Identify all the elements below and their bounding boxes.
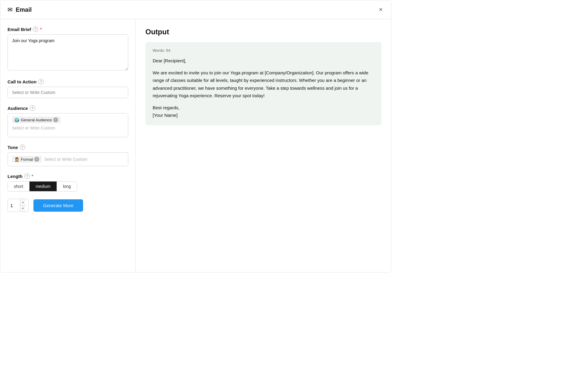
email-icon: ✉	[8, 6, 13, 13]
header-left: ✉ Email	[8, 6, 32, 13]
main-layout: Email Brief ? * Join our Yoga program Ca…	[0, 19, 391, 272]
bottom-row: ▲ ▼ Generate More	[8, 199, 128, 212]
length-label: Length ? *	[8, 173, 128, 179]
length-help-icon[interactable]: ?	[24, 173, 30, 179]
length-group: Length ? * short medium long	[8, 173, 128, 191]
call-to-action-input[interactable]	[8, 87, 128, 98]
audience-label-text: Audience	[8, 106, 28, 111]
tone-help-icon[interactable]: ?	[20, 145, 25, 150]
output-paragraph-3: Best regards,[Your Name]	[153, 104, 374, 119]
length-required: *	[32, 174, 33, 179]
audience-tag-emoji: 🌍	[14, 118, 19, 122]
audience-label: Audience ?	[8, 105, 128, 111]
email-brief-required: *	[40, 27, 42, 32]
audience-tag-remove[interactable]: ×	[53, 117, 58, 122]
close-button[interactable]: ×	[378, 5, 384, 14]
output-title: Output	[145, 28, 381, 36]
audience-tag-general: 🌍 General Audience ×	[12, 117, 61, 123]
audience-help-icon[interactable]: ?	[30, 105, 35, 111]
generate-more-button[interactable]: Generate More	[33, 199, 83, 212]
output-box: Words: 64 Dear [Recipient], We are excit…	[145, 42, 381, 125]
output-paragraph-2: We are excited to invite you to join our…	[153, 69, 374, 100]
length-short-button[interactable]: short	[8, 182, 30, 191]
tone-input-container[interactable]: 🤵 Formal × Select or Write Custom	[8, 152, 128, 166]
tone-tag-formal: 🤵 Formal ×	[12, 156, 42, 163]
count-input[interactable]	[8, 203, 20, 208]
length-label-text: Length	[8, 174, 23, 179]
right-panel: Output Words: 64 Dear [Recipient], We ar…	[136, 19, 391, 272]
length-long-button[interactable]: long	[57, 182, 77, 191]
modal-title: Email	[16, 6, 32, 13]
email-brief-group: Email Brief ? * Join our Yoga program	[8, 26, 128, 72]
email-brief-label: Email Brief ? *	[8, 26, 128, 32]
output-text: Dear [Recipient], We are excited to invi…	[153, 57, 374, 119]
audience-placeholder: Select or Write Custom	[12, 126, 124, 130]
audience-tag-text: General Audience	[21, 118, 52, 122]
tone-group: Tone ? 🤵 Formal × Select or Write Custom	[8, 145, 128, 166]
output-paragraph-1: Dear [Recipient],	[153, 57, 374, 65]
tone-label-text: Tone	[8, 145, 18, 150]
tone-tag-emoji: 🤵	[14, 157, 19, 162]
modal-header: ✉ Email ×	[0, 0, 391, 19]
left-panel: Email Brief ? * Join our Yoga program Ca…	[0, 19, 136, 272]
email-brief-help-icon[interactable]: ?	[33, 26, 38, 32]
call-to-action-help-icon[interactable]: ?	[38, 79, 44, 84]
length-button-group: short medium long	[8, 181, 77, 191]
tone-placeholder: Select or Write Custom	[44, 157, 87, 162]
audience-group: Audience ? 🌍 General Audience × Select o…	[8, 105, 128, 137]
count-input-wrapper: ▲ ▼	[8, 199, 29, 212]
email-brief-label-text: Email Brief	[8, 27, 31, 32]
call-to-action-label-text: Call to Action	[8, 79, 36, 84]
tone-label: Tone ?	[8, 145, 128, 150]
audience-tags: 🌍 General Audience ×	[12, 117, 124, 123]
audience-input-container[interactable]: 🌍 General Audience × Select or Write Cus…	[8, 113, 128, 137]
email-brief-input[interactable]: Join our Yoga program	[8, 34, 128, 70]
call-to-action-group: Call to Action ?	[8, 79, 128, 98]
number-arrows: ▲ ▼	[20, 199, 26, 212]
count-down-button[interactable]: ▼	[20, 206, 26, 212]
length-medium-button[interactable]: medium	[30, 182, 57, 191]
call-to-action-label: Call to Action ?	[8, 79, 128, 84]
tone-tag-remove[interactable]: ×	[34, 157, 39, 162]
count-up-button[interactable]: ▲	[20, 199, 26, 206]
tone-tag-text: Formal	[21, 157, 33, 162]
word-count: Words: 64	[153, 48, 374, 53]
